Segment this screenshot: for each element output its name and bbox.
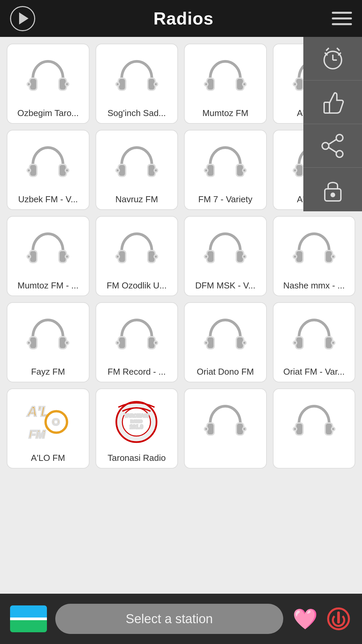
station-card[interactable]: Oriat Dono FM: [184, 302, 267, 382]
heart-button[interactable]: 🩷: [292, 605, 318, 632]
station-card[interactable]: Fayz FM: [7, 302, 89, 382]
station-card[interactable]: FM Record - ...: [96, 302, 178, 382]
station-icon-wrap: [198, 395, 252, 449]
svg-point-66: [27, 255, 31, 258]
flag-green-stripe: [10, 620, 47, 632]
svg-point-9: [336, 151, 343, 157]
svg-rect-7: [324, 102, 329, 113]
station-card[interactable]: Navruz FM: [96, 130, 178, 210]
svg-line-6: [337, 48, 340, 51]
station-card[interactable]: Ozbegim Taro...: [7, 44, 89, 124]
power-icon-arc: [332, 613, 345, 627]
alo-fm-logo: A'L O FM: [24, 398, 72, 446]
svg-point-14: [331, 193, 335, 197]
station-name: FM 7 - Variety: [198, 194, 252, 205]
station-name: Mumtoz FM - ...: [17, 280, 78, 291]
uzbekistan-flag: [10, 605, 47, 632]
alarm-button[interactable]: [303, 37, 362, 80]
play-button[interactable]: [10, 6, 35, 31]
thumbs-up-icon: [319, 89, 346, 116]
headphone-icon: [115, 228, 159, 271]
svg-point-50: [154, 169, 158, 172]
svg-point-98: [154, 341, 158, 344]
station-card[interactable]: Oriat FM - Var...: [273, 302, 356, 382]
alarm-icon: [319, 45, 346, 72]
svg-point-92: [65, 341, 69, 344]
station-card[interactable]: Nashe mmx - ...: [273, 216, 356, 296]
svg-point-96: [116, 341, 119, 344]
taronasi-logo: TARONASI RADIO 101.0: [112, 398, 161, 446]
station-name: FM Record - ...: [108, 367, 166, 377]
station-name: Ozbegim Taro...: [17, 108, 79, 118]
svg-point-36: [293, 83, 297, 86]
menu-button[interactable]: [332, 10, 352, 27]
svg-point-104: [243, 341, 246, 344]
menu-icon-line: [332, 12, 352, 14]
select-station-button[interactable]: Select a station: [55, 604, 283, 634]
station-name: DFM MSK - V...: [195, 280, 255, 291]
station-icon-wrap: [287, 309, 341, 363]
station-name: Nashe mmx - ...: [283, 280, 345, 291]
bottom-bar: Select a station 🩷: [0, 594, 362, 644]
share-icon: [319, 132, 346, 159]
svg-line-12: [329, 148, 336, 152]
station-card[interactable]: A'L O FM A'LO FM: [7, 388, 89, 469]
svg-point-44: [65, 169, 69, 172]
station-card[interactable]: Mumtoz FM: [184, 44, 267, 124]
svg-point-20: [65, 83, 69, 86]
power-icon: [327, 607, 350, 630]
station-card[interactable]: [273, 388, 356, 469]
station-icon-wrap: [21, 50, 75, 104]
flag-button[interactable]: [10, 605, 47, 632]
flag-white-stripe: [10, 618, 47, 620]
svg-point-78: [204, 255, 208, 258]
lock-button[interactable]: [303, 168, 362, 211]
svg-point-42: [27, 169, 31, 172]
select-station-label: Select a station: [126, 612, 213, 626]
station-card[interactable]: Uzbek FM - V...: [7, 130, 89, 210]
headphone-icon: [26, 314, 70, 358]
station-card[interactable]: FM 7 - Variety: [184, 130, 267, 210]
station-card[interactable]: Mumtoz FM - ...: [7, 216, 89, 296]
station-card[interactable]: [184, 388, 267, 469]
svg-text:O: O: [52, 416, 60, 427]
station-icon-wrap: [198, 137, 252, 190]
svg-point-74: [154, 255, 158, 258]
station-card[interactable]: DFM MSK - V...: [184, 216, 267, 296]
power-button[interactable]: [325, 605, 352, 632]
station-icon-wrap: [110, 137, 164, 190]
svg-point-86: [331, 255, 335, 258]
svg-point-48: [116, 169, 119, 172]
station-icon-wrap: [21, 223, 75, 276]
station-name: Sog'inch Sad...: [108, 108, 166, 118]
heart-icon: 🩷: [293, 607, 318, 631]
station-logo-taronasi: TARONASI RADIO 101.0: [112, 397, 162, 447]
station-name: Uzbek FM - V...: [18, 194, 78, 205]
svg-point-54: [204, 169, 208, 172]
svg-text:RADIO: RADIO: [131, 419, 143, 423]
station-icon-wrap: TARONASI RADIO 101.0: [110, 395, 164, 449]
headphone-icon: [115, 55, 159, 99]
svg-point-102: [204, 341, 208, 344]
station-name: Oriat Dono FM: [197, 367, 254, 377]
svg-point-110: [331, 341, 335, 344]
svg-text:101.0: 101.0: [130, 424, 143, 430]
headphone-icon: [292, 400, 336, 444]
app-header: Radios: [0, 0, 362, 37]
svg-point-123: [204, 427, 208, 431]
station-card[interactable]: Sog'inch Sad...: [96, 44, 178, 124]
station-icon-wrap: A'L O FM: [21, 395, 75, 449]
svg-point-80: [243, 255, 246, 258]
share-button[interactable]: [303, 124, 362, 168]
headphone-icon: [115, 314, 159, 358]
flag-blue-stripe: [10, 605, 47, 618]
station-card[interactable]: FM Ozodlik U...: [96, 216, 178, 296]
svg-text:TARONASI: TARONASI: [124, 413, 148, 418]
svg-point-56: [243, 169, 246, 172]
thumbs-up-button[interactable]: [303, 80, 362, 124]
headphone-icon: [203, 55, 247, 99]
station-name: Mumtoz FM: [202, 108, 248, 118]
svg-line-11: [329, 140, 336, 144]
station-card[interactable]: TARONASI RADIO 101.0 Taronasi Radio: [96, 388, 178, 469]
station-name: FM Ozodlik U...: [107, 280, 167, 291]
